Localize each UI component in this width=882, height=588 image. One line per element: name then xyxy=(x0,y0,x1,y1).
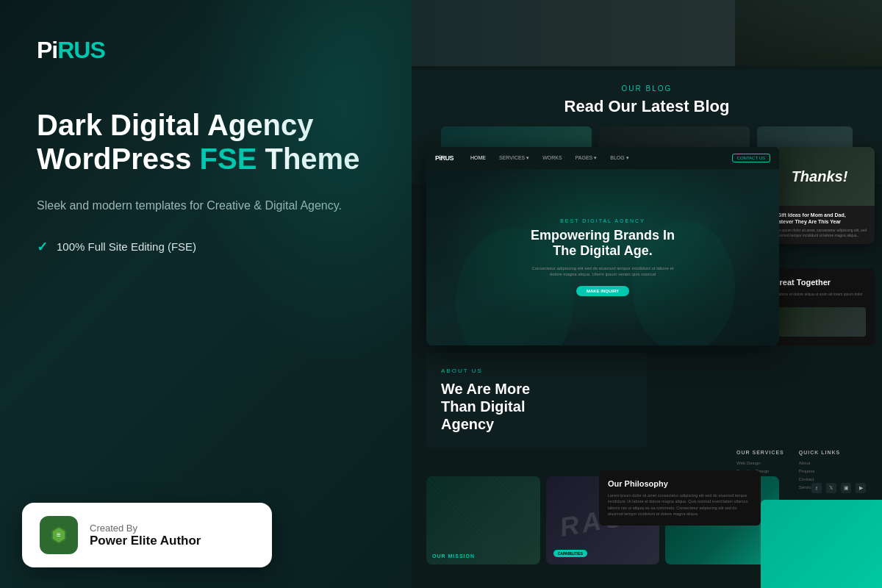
envato-icon: ≡ xyxy=(49,525,69,545)
sc-hero-label: BEST DIGITAL AGENCY xyxy=(560,218,645,223)
sc-nav-works: WORKS xyxy=(539,154,565,162)
sc-logo: PiRUS xyxy=(435,154,453,162)
left-panel: PiRUS Dark Digital Agency WordPress FSE … xyxy=(0,0,412,588)
feature-list: ✓ 100% Full Site Editing (FSE) xyxy=(37,239,375,262)
gallery-item-1: Our Mission xyxy=(426,476,540,564)
facebook-icon[interactable]: f xyxy=(811,483,822,493)
blog-label: OUR BLOG xyxy=(441,85,853,93)
top-photo xyxy=(735,0,882,66)
about-line1: We Are More xyxy=(441,381,530,397)
philosophy-text: Lorem ipsum dolor sit amet consectetur a… xyxy=(608,492,752,517)
philosophy-title: Our Philosophy xyxy=(608,479,752,488)
about-line2: Than Digital xyxy=(441,398,525,415)
author-name: Power Elite Author xyxy=(90,534,201,548)
service-item-1: Web Design xyxy=(736,461,784,465)
creator-icon: ≡ xyxy=(40,516,78,554)
services-col1-title: OUR SERVICES xyxy=(736,450,784,455)
quick-link-3: Contact xyxy=(799,477,841,481)
thanks-card: Thanks! 15 Gift Ideas for Mom and Dad, W… xyxy=(764,147,875,244)
sc-nav-blog: BLOG ▾ xyxy=(606,154,632,162)
creator-badge: ≡ Created By Power Elite Author xyxy=(22,503,272,567)
thanks-title: 15 Gift Ideas for Mom and Dad, Whatever … xyxy=(770,212,869,225)
gt-title: Great Together xyxy=(773,277,866,287)
thanks-content: 15 Gift Ideas for Mom and Dad, Whatever … xyxy=(764,206,875,244)
sc-hero-title: Empowering Brands In The Digital Age. xyxy=(531,228,675,259)
social-icons: f 𝕏 ▣ ▶ xyxy=(811,483,866,493)
brand-logo: PiRUS xyxy=(37,37,375,64)
headline-line1: Dark Digital Agency xyxy=(37,109,313,141)
sc-hero-subtitle: Consectetur adipiscing elit sed do eiusm… xyxy=(529,265,676,278)
quick-link-2: Projects xyxy=(799,469,841,473)
main-screenshot: PiRUS HOME SERVICES ▾ WORKS PAGES ▾ BLOG… xyxy=(426,147,779,345)
right-panel: OUR BLOG Read Our Latest Blog PiRUS HOME… xyxy=(412,0,882,588)
screenshot-navbar: PiRUS HOME SERVICES ▾ WORKS PAGES ▾ BLOG… xyxy=(426,147,779,169)
feature-item: ✓ 100% Full Site Editing (FSE) xyxy=(37,239,375,255)
teal-accent-bar xyxy=(761,500,882,588)
logo-accent: RUS xyxy=(57,37,105,63)
sc-nav-services: SERVICES ▾ xyxy=(495,154,533,162)
headline-text: Dark Digital Agency WordPress FSE Theme xyxy=(37,108,375,176)
svg-text:≡: ≡ xyxy=(57,531,61,539)
sc-nav-items: HOME SERVICES ▾ WORKS PAGES ▾ BLOG ▾ xyxy=(467,154,633,162)
sc-nav-pages: PAGES ▾ xyxy=(572,154,601,162)
headline-theme: Theme xyxy=(257,143,359,175)
youtube-icon[interactable]: ▶ xyxy=(856,483,866,493)
headline: Dark Digital Agency WordPress FSE Theme xyxy=(37,108,375,176)
check-icon: ✓ xyxy=(37,239,48,255)
caption-pill: CAPABILITIES xyxy=(553,550,587,557)
sc-nav-home: HOME xyxy=(467,154,490,162)
about-title: We Are More Than Digital Agency xyxy=(441,380,632,433)
gt-image xyxy=(773,307,866,337)
creator-text: Created By Power Elite Author xyxy=(90,523,201,548)
created-by-label: Created By xyxy=(90,523,201,534)
thanks-text: Lorem ipsum dolor sit amet, consectetur … xyxy=(770,228,869,238)
thanks-image: Thanks! xyxy=(764,147,875,206)
philosophy-card: Our Philosophy Lorem ipsum dolor sit ame… xyxy=(599,470,761,526)
screenshot-hero: BEST DIGITAL AGENCY Empowering Brands In… xyxy=(426,169,779,345)
headline-line2: WordPress xyxy=(37,143,200,175)
about-section: ABOUT US We Are More Than Digital Agency xyxy=(426,353,647,448)
sc-hero-title-line1: Empowering Brands In xyxy=(531,228,675,243)
about-label: ABOUT US xyxy=(441,368,632,374)
subtext: Sleek and modern templates for Creative … xyxy=(37,196,375,215)
top-strip xyxy=(412,0,882,66)
x-twitter-icon[interactable]: 𝕏 xyxy=(826,483,836,493)
instagram-icon[interactable]: ▣ xyxy=(841,483,851,493)
gt-text: Ut labore et dolore aliqua ut enim ad lo… xyxy=(773,292,866,303)
sc-cta-button[interactable]: MAKE INQUIRY xyxy=(576,286,629,296)
headline-fse: FSE xyxy=(200,143,257,175)
about-line3: Agency xyxy=(441,416,494,432)
great-together-section: Great Together Ut labore et dolore aliqu… xyxy=(764,268,875,345)
feature-label: 100% Full Site Editing (FSE) xyxy=(57,240,196,253)
quick-link-1: About xyxy=(799,461,841,465)
services-col2-title: QUICK LINKS xyxy=(799,450,841,455)
sc-contact-btn: CONTACT US xyxy=(732,154,770,162)
blog-title: Read Our Latest Blog xyxy=(441,97,853,116)
sc-hero-title-line2: The Digital Age. xyxy=(553,243,652,258)
